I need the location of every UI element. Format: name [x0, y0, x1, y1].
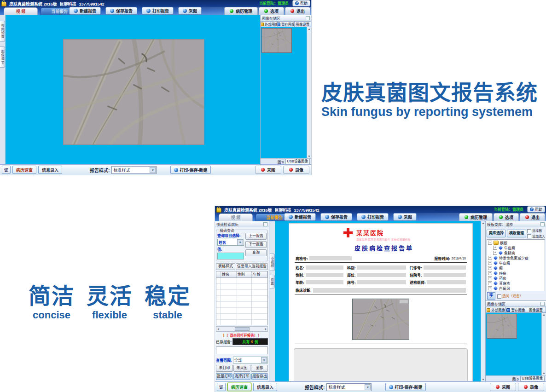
info-entry-button[interactable]: 信息录入: [253, 383, 277, 391]
print-report-button[interactable]: 打印报告: [142, 7, 174, 15]
options-button[interactable]: 选项: [494, 213, 519, 221]
export-report-button[interactable]: 报告存出: [251, 373, 268, 380]
print-report-button[interactable]: 打印报告: [357, 213, 389, 221]
external-images-button[interactable]: 外部图像: [261, 21, 278, 27]
info-entry-button[interactable]: 信息录入: [38, 166, 62, 174]
batch-print-button[interactable]: 批量打印: [216, 373, 232, 380]
table-h-scrollbar[interactable]: ◄►: [216, 326, 268, 332]
side-tab-position[interactable]: 位置: [270, 275, 275, 288]
bed-no-field[interactable]: [357, 280, 406, 284]
report-style-select[interactable]: 标准样式▾: [326, 383, 372, 391]
options-button[interactable]: 选项: [259, 7, 284, 15]
print-save-new-button[interactable]: 打印-保存-新建: [170, 166, 211, 174]
new-report-button[interactable]: 新建报告: [69, 7, 101, 15]
exit-button[interactable]: 退出: [520, 213, 545, 221]
record-button[interactable]: 录像: [518, 383, 544, 391]
tree-root[interactable]: −模板: [488, 240, 545, 245]
temp-images-button[interactable]: 暂存图像: [278, 21, 294, 27]
save-report-button[interactable]: 保存报告: [105, 7, 137, 15]
inpatient-no-field[interactable]: [424, 273, 466, 277]
help-button[interactable]: ?帮助: [527, 206, 545, 213]
patient-table-body[interactable]: [216, 278, 267, 325]
side-tab-video-settings[interactable]: 视频设置: [0, 21, 5, 42]
query-value-input[interactable]: [217, 253, 244, 259]
outpatient-no-field[interactable]: [424, 265, 466, 270]
expand-icon[interactable]: +: [493, 251, 497, 255]
tree-item[interactable]: +特发性色素减少症: [488, 255, 545, 260]
bring-info-button[interactable]: 信息带入当前报告: [236, 263, 268, 270]
tree-item[interactable]: +白癜风: [488, 286, 545, 291]
tree-item[interactable]: +牛皮癣: [488, 260, 545, 265]
expand-icon[interactable]: +: [488, 281, 492, 285]
report-scrollbar[interactable]: ▲▼: [481, 221, 485, 381]
findings-text-area[interactable]: [294, 348, 468, 381]
select-print-button[interactable]: 选择打印: [233, 373, 250, 380]
storage-scrollbar[interactable]: ▲▼: [307, 27, 311, 158]
expand-icon[interactable]: +: [488, 276, 492, 280]
filter-all-button[interactable]: 全部: [251, 365, 268, 372]
tab-video[interactable]: 视 频: [219, 213, 253, 221]
name-field[interactable]: [306, 265, 343, 270]
query-item-select[interactable]: 姓名▾: [217, 239, 244, 246]
exam-no-field[interactable]: [309, 256, 352, 260]
storage-scrollbar[interactable]: ▲▼: [541, 313, 546, 375]
template-manage-button[interactable]: 模板管理: [507, 230, 526, 237]
tree-item[interactable]: +癣: [488, 265, 545, 271]
quick-search-button[interactable]: 病历速查: [12, 166, 36, 174]
char-insert-button[interactable]: 字: [487, 292, 495, 300]
image-settings-button[interactable]: 图像设置: [295, 21, 311, 27]
capture-button[interactable]: 采图: [255, 166, 281, 174]
exit-button[interactable]: 退出: [285, 7, 310, 15]
expand-icon[interactable]: +: [488, 286, 492, 290]
query-button[interactable]: 查询: [245, 249, 267, 256]
capture-image-button[interactable]: 采图: [393, 213, 417, 221]
image-settings-button[interactable]: 图像设置: [526, 307, 546, 313]
save-report-button[interactable]: 保存报告: [320, 213, 352, 221]
patient-table[interactable]: 姓名 性别 年龄: [216, 271, 268, 325]
expand-icon[interactable]: +: [493, 246, 497, 250]
append-checkbox[interactable]: 追加选入: [527, 234, 545, 239]
capture-image-button[interactable]: 采图: [178, 7, 202, 15]
report-style-select[interactable]: 标准样式▾: [111, 166, 157, 174]
next-report-button[interactable]: 下一报告: [245, 241, 267, 248]
panel-pin-icon[interactable]: [306, 16, 310, 20]
template-tree[interactable]: −模板 +牛皮癣 +鱼鳞病 +特发性色素减少症 +牛皮癣 +癣 +痤疮 +药疹 …: [487, 239, 545, 291]
tree-item[interactable]: +牛皮癣: [488, 245, 545, 250]
print-save-new-button[interactable]: 打印-保存-新建: [385, 383, 426, 391]
temp-images-button[interactable]: 暂存图像: [506, 307, 526, 313]
collapse-icon[interactable]: −: [488, 241, 492, 245]
external-images-button[interactable]: 外部图像: [486, 307, 506, 313]
tree-item[interactable]: +痤疮: [488, 271, 545, 276]
tab-video[interactable]: 视 频: [4, 7, 38, 15]
body-part-field[interactable]: [357, 273, 406, 277]
doctor-field[interactable]: [427, 280, 466, 284]
panel-pin-icon[interactable]: [540, 222, 545, 226]
new-report-button[interactable]: 新建报告: [284, 213, 316, 221]
diagnosis-field[interactable]: [313, 288, 466, 293]
records-management-button[interactable]: 病历管理: [224, 7, 258, 15]
selector-checkbox[interactable]: 选择器: [527, 228, 545, 233]
tree-item[interactable]: +荨麻疹: [488, 281, 545, 286]
stored-image-thumbnail[interactable]: [261, 28, 292, 53]
word-select-checkbox[interactable]: 选词（双击）: [497, 293, 523, 299]
expand-icon[interactable]: +: [488, 271, 492, 275]
cert-button[interactable]: 证: [217, 383, 226, 391]
capture-button[interactable]: 采图: [490, 383, 516, 391]
filter-unprinted-button[interactable]: 未打印: [216, 365, 233, 372]
report-name-field[interactable]: [216, 346, 268, 354]
expand-icon[interactable]: +: [488, 256, 492, 260]
filter-uncaptured-button[interactable]: 未采图: [233, 365, 250, 372]
record-button[interactable]: 录像: [283, 166, 309, 174]
tree-item[interactable]: +鱼鳞病: [488, 250, 545, 255]
side-tab-mini-video[interactable]: 小视频: [270, 254, 275, 271]
dept-field[interactable]: [357, 265, 406, 270]
sex-field[interactable]: [306, 273, 343, 277]
expand-icon[interactable]: +: [488, 266, 492, 270]
prev-report-button[interactable]: 上一报告: [245, 233, 267, 240]
help-button[interactable]: ?帮助: [292, 0, 310, 6]
age-field[interactable]: [306, 280, 343, 284]
cert-button[interactable]: 证: [2, 166, 11, 174]
library-select-button[interactable]: 类库选择: [487, 230, 506, 237]
records-management-button[interactable]: 病历管理: [459, 213, 493, 221]
view-range-select[interactable]: 全部▾: [233, 357, 268, 363]
